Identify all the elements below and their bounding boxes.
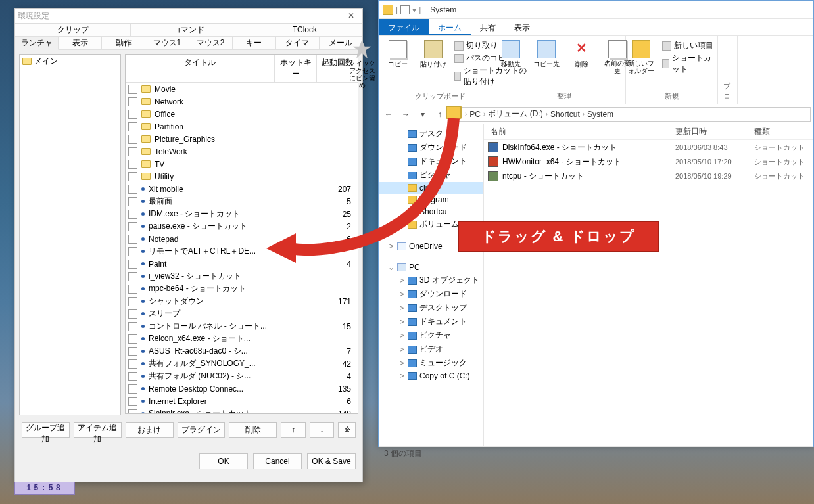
- expand-icon[interactable]: >: [398, 304, 405, 313]
- list-item[interactable]: Remote Desktop Connec...135: [126, 382, 358, 395]
- tab-表示[interactable]: 表示: [59, 37, 102, 49]
- list-item[interactable]: Partition: [126, 120, 358, 133]
- cancel-button[interactable]: Cancel: [253, 453, 302, 469]
- checkbox[interactable]: [128, 85, 137, 94]
- tree-item[interactable]: ドキュメント: [379, 154, 483, 168]
- checkbox[interactable]: [128, 309, 137, 319]
- column-date[interactable]: 更新日時: [675, 126, 754, 137]
- list-item[interactable]: Notepad6: [126, 233, 358, 245]
- column-name[interactable]: 名前: [484, 126, 675, 137]
- list-item[interactable]: Movie: [126, 83, 358, 95]
- copy-to-button[interactable]: コピー先: [532, 40, 561, 69]
- delete-button[interactable]: 削除: [229, 422, 277, 438]
- checkbox[interactable]: [128, 172, 137, 181]
- list-item[interactable]: 最前面5: [126, 195, 358, 208]
- chevron-down-icon[interactable]: ▾: [412, 5, 416, 14]
- tree-item[interactable]: program: [379, 194, 483, 206]
- list-item[interactable]: Xit mobile207: [126, 183, 358, 195]
- tree-item[interactable]: >Copy of C (C:): [379, 370, 483, 382]
- tree-item[interactable]: >ドキュメント: [379, 315, 483, 329]
- group-panel[interactable]: メイン: [19, 54, 121, 415]
- forward-button[interactable]: →: [398, 107, 413, 122]
- list-item[interactable]: コントロール パネル - ショート...15: [126, 320, 358, 332]
- list-item[interactable]: mpc-be64 - ショートカット: [126, 283, 358, 295]
- tree-item[interactable]: >ダウンロード: [379, 287, 483, 301]
- list-item[interactable]: Office: [126, 108, 358, 120]
- tree-item[interactable]: >ビデオ: [379, 342, 483, 356]
- ok-button[interactable]: OK: [199, 453, 248, 469]
- list-item[interactable]: IDM.exe - ショートカット25: [126, 208, 358, 220]
- group-item-main[interactable]: メイン: [20, 55, 120, 68]
- checkbox[interactable]: [128, 384, 137, 394]
- list-item[interactable]: TV: [126, 158, 358, 170]
- checkbox[interactable]: [128, 359, 137, 369]
- star-button[interactable]: ※: [338, 422, 356, 438]
- tree-item[interactable]: >3D オブジェクト: [379, 273, 483, 287]
- tab-クリップ[interactable]: クリップ: [15, 24, 131, 36]
- checkbox[interactable]: [128, 110, 137, 119]
- paste-button[interactable]: 貼り付け: [419, 40, 448, 69]
- list-item[interactable]: リモートでALT＋CTRL＋DE...: [126, 245, 358, 258]
- group-add-button[interactable]: グループ追加: [22, 422, 70, 438]
- tree-item[interactable]: デスクトッ: [379, 127, 483, 141]
- new-folder-button[interactable]: 新しいフォルダー: [627, 40, 656, 74]
- breadcrumb[interactable]: System: [587, 110, 613, 119]
- breadcrumb[interactable]: PC: [469, 110, 481, 119]
- tree-item[interactable]: >ピクチャ: [379, 329, 483, 342]
- checkbox[interactable]: [128, 260, 137, 269]
- expand-icon[interactable]: >: [398, 371, 405, 380]
- file-row[interactable]: DiskInfo64.exe - ショートカット2018/06/03 8:43シ…: [484, 140, 813, 154]
- tab-動作[interactable]: 動作: [102, 37, 145, 49]
- list-item[interactable]: ASUS_Rt-ac68u-dac0 - シ...7: [126, 345, 358, 357]
- checkbox[interactable]: [128, 135, 137, 144]
- checkbox[interactable]: [128, 185, 137, 194]
- tree-item[interactable]: >デスクトップ: [379, 301, 483, 315]
- column-type[interactable]: 種類: [754, 126, 813, 137]
- expand-icon[interactable]: >: [398, 317, 405, 327]
- checkbox[interactable]: [128, 160, 137, 169]
- up-button[interactable]: ↑: [433, 107, 447, 122]
- list-item[interactable]: Picture_Graphics: [126, 133, 358, 145]
- list-item[interactable]: i_view32 - ショートカット: [126, 270, 358, 283]
- list-item[interactable]: Utility: [126, 170, 358, 183]
- expand-icon[interactable]: >: [398, 331, 405, 340]
- checkbox[interactable]: [128, 372, 137, 381]
- tree-item[interactable]: ⌄PC: [379, 262, 483, 273]
- expand-icon[interactable]: >: [398, 276, 405, 285]
- ok-save-button[interactable]: OK & Save: [307, 453, 356, 469]
- checkbox[interactable]: [128, 197, 137, 206]
- item-add-button[interactable]: アイテム追加: [74, 422, 122, 438]
- delete-button[interactable]: ✕削除: [567, 40, 596, 69]
- copy-button[interactable]: コピー: [383, 40, 412, 69]
- tab-file[interactable]: ファイル: [379, 19, 429, 35]
- pin-quick-access-button[interactable]: クイック アクセスにピン留め: [348, 40, 377, 89]
- files-rows[interactable]: DiskInfo64.exe - ショートカット2018/06/03 8:43シ…: [484, 140, 813, 446]
- new-item-button[interactable]: 新しい項目: [662, 40, 717, 51]
- list-item[interactable]: シャットダウン171: [126, 295, 358, 308]
- list-item[interactable]: Network: [126, 95, 358, 108]
- checkbox[interactable]: [128, 97, 137, 106]
- tab-share[interactable]: 共有: [471, 19, 505, 35]
- checkbox[interactable]: [128, 222, 137, 231]
- tab-home[interactable]: ホーム: [429, 19, 471, 35]
- checkbox[interactable]: [128, 247, 137, 256]
- expand-icon[interactable]: >: [398, 290, 405, 299]
- tab-ランチャ[interactable]: ランチャ: [15, 37, 59, 50]
- expand-icon[interactable]: >: [388, 242, 395, 251]
- breadcrumb[interactable]: ボリューム (D:): [488, 108, 542, 120]
- list-rows[interactable]: MovieNetworkOfficePartitionPicture_Graph…: [126, 83, 358, 413]
- expand-icon[interactable]: >: [398, 345, 405, 354]
- move-to-button[interactable]: 移動先: [496, 40, 525, 69]
- checkbox[interactable]: [128, 397, 137, 406]
- tree-item[interactable]: client: [379, 182, 483, 194]
- expand-icon[interactable]: ⌄: [388, 263, 395, 272]
- address-bar[interactable]: › PC › ボリューム (D:) › Shortcut › System: [450, 107, 811, 122]
- tree-item[interactable]: Shortcu: [379, 206, 483, 218]
- checkbox[interactable]: [128, 334, 137, 344]
- expand-icon[interactable]: >: [398, 359, 405, 368]
- checkbox[interactable]: [128, 147, 137, 156]
- checkbox[interactable]: [128, 210, 137, 219]
- tab-view[interactable]: 表示: [505, 19, 539, 35]
- list-header-title[interactable]: タイトル: [126, 55, 275, 82]
- tree-item[interactable]: >ミュージック: [379, 356, 483, 370]
